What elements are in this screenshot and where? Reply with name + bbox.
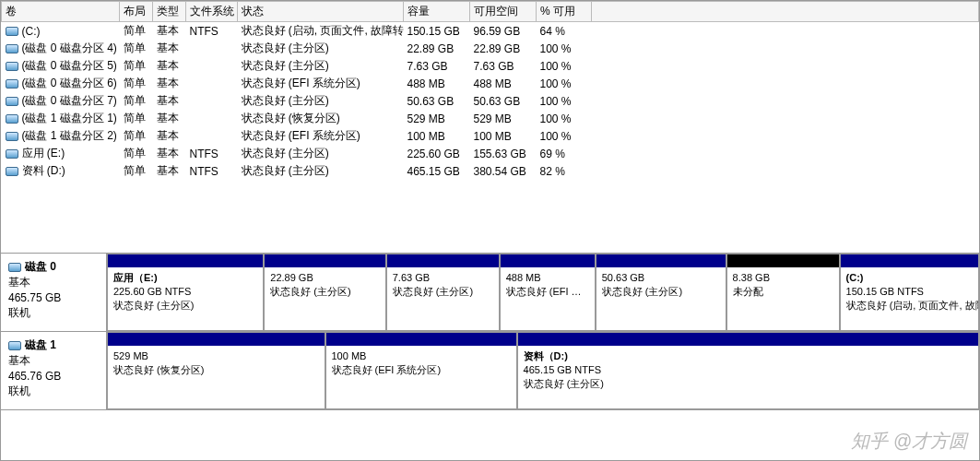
partition-block[interactable]: 7.63 GB状态良好 (主分区) — [386, 254, 500, 331]
col-percent[interactable]: % 可用 — [537, 2, 592, 22]
disk-label[interactable]: 磁盘 0基本465.75 GB联机 — [1, 254, 107, 331]
partition-size: 225.60 GB NTFS — [113, 285, 257, 299]
cell-volume: (磁盘 0 磁盘分区 7) — [2, 92, 120, 110]
partition-size: 50.63 GB — [602, 271, 720, 285]
cell-layout: 简单 — [120, 127, 153, 145]
partition-name: 应用（E:) — [113, 271, 257, 285]
cell-pct: 100 % — [537, 110, 592, 127]
cell-free: 7.63 GB — [470, 57, 537, 75]
cell-layout: 简单 — [120, 22, 153, 41]
partition-block[interactable]: 50.63 GB状态良好 (主分区) — [596, 254, 726, 331]
partition-status: 状态良好 (启动, 页面文件, 故障… — [846, 299, 973, 313]
volume-row[interactable]: (磁盘 1 磁盘分区 2)简单基本状态良好 (EFI 系统分区)100 MB10… — [2, 127, 979, 145]
cell-fs — [186, 40, 238, 57]
cell-layout: 简单 — [120, 145, 153, 162]
disk-map: 应用（E:)225.60 GB NTFS状态良好 (主分区)22.89 GB状态… — [107, 254, 979, 331]
volume-list-header[interactable]: 卷 布局 类型 文件系统 状态 容量 可用空间 % 可用 — [2, 2, 979, 22]
volume-row[interactable]: 资料 (D:)简单基本NTFS状态良好 (主分区)465.15 GB380.54… — [2, 162, 979, 180]
cell-pct: 82 % — [537, 162, 592, 180]
cell-capacity: 488 MB — [404, 75, 470, 92]
cell-capacity: 225.60 GB — [404, 145, 470, 162]
partition-block[interactable]: 8.38 GB未分配 — [726, 254, 840, 331]
cell-volume: 资料 (D:) — [2, 162, 120, 180]
cell-volume: (磁盘 0 磁盘分区 6) — [2, 75, 120, 92]
cell-type: 基本 — [153, 145, 186, 162]
cell-pct: 100 % — [537, 57, 592, 75]
disk-type: 基本 — [8, 353, 99, 369]
col-status[interactable]: 状态 — [238, 2, 404, 22]
partition-size: 22.89 GB — [270, 271, 379, 285]
partition-block[interactable]: 488 MB状态良好 (EFI … — [500, 254, 596, 331]
volume-row[interactable]: (磁盘 0 磁盘分区 5)简单基本状态良好 (主分区)7.63 GB7.63 G… — [2, 57, 979, 75]
partition-status: 状态良好 (主分区) — [524, 377, 973, 391]
partition-body: 应用（E:)225.60 GB NTFS状态良好 (主分区) — [108, 267, 263, 316]
col-capacity[interactable]: 容量 — [404, 2, 470, 22]
disk-map-panes: 磁盘 0基本465.75 GB联机应用（E:)225.60 GB NTFS状态良… — [1, 254, 979, 460]
col-filesystem[interactable]: 文件系统 — [186, 2, 238, 22]
partition-block[interactable]: 100 MB状态良好 (EFI 系统分区) — [325, 332, 517, 409]
cell-capacity: 22.89 GB — [404, 40, 470, 57]
cell-layout: 简单 — [120, 40, 153, 57]
volume-row[interactable]: (磁盘 0 磁盘分区 4)简单基本状态良好 (主分区)22.89 GB22.89… — [2, 40, 979, 57]
volume-icon — [6, 149, 18, 159]
disk-management-window: 卷 布局 类型 文件系统 状态 容量 可用空间 % 可用 (C:)简单基本NTF… — [0, 0, 980, 461]
col-layout[interactable]: 布局 — [120, 2, 153, 22]
partition-color-bar — [501, 254, 595, 267]
disk-label[interactable]: 磁盘 1基本465.76 GB联机 — [1, 332, 107, 409]
partition-block[interactable]: 资料（D:)465.15 GB NTFS状态良好 (主分区) — [517, 332, 979, 409]
volume-list[interactable]: 卷 布局 类型 文件系统 状态 容量 可用空间 % 可用 (C:)简单基本NTF… — [1, 1, 979, 254]
volume-icon — [6, 62, 18, 71]
cell-status: 状态良好 (主分区) — [238, 40, 404, 57]
partition-status: 状态良好 (恢复分区) — [113, 363, 319, 377]
col-free[interactable]: 可用空间 — [470, 2, 537, 22]
cell-free: 529 MB — [470, 110, 537, 127]
cell-volume: 应用 (E:) — [2, 145, 120, 162]
cell-capacity: 529 MB — [404, 110, 470, 127]
partition-color-bar — [518, 333, 978, 346]
partition-block[interactable]: (C:)150.15 GB NTFS状态良好 (启动, 页面文件, 故障… — [840, 254, 979, 331]
volume-row[interactable]: (磁盘 1 磁盘分区 1)简单基本状态良好 (恢复分区)529 MB529 MB… — [2, 110, 979, 127]
disk-pane: 磁盘 1基本465.76 GB联机529 MB状态良好 (恢复分区)100 MB… — [1, 332, 979, 410]
partition-name: 资料（D:) — [524, 349, 973, 363]
cell-free: 96.59 GB — [470, 22, 537, 41]
volume-icon — [6, 44, 18, 53]
partition-color-bar — [841, 254, 978, 267]
cell-type: 基本 — [153, 92, 186, 110]
partition-block[interactable]: 22.89 GB状态良好 (主分区) — [264, 254, 385, 331]
volume-row[interactable]: 应用 (E:)简单基本NTFS状态良好 (主分区)225.60 GB155.63… — [2, 145, 979, 162]
cell-fs — [186, 110, 238, 127]
cell-status: 状态良好 (恢复分区) — [238, 110, 404, 127]
cell-layout: 简单 — [120, 75, 153, 92]
col-type[interactable]: 类型 — [153, 2, 186, 22]
volume-icon — [6, 167, 18, 176]
volume-icon — [6, 97, 18, 106]
cell-volume: (磁盘 1 磁盘分区 2) — [2, 127, 120, 145]
cell-layout: 简单 — [120, 92, 153, 110]
partition-size: 100 MB — [332, 349, 511, 363]
partition-size: 465.15 GB NTFS — [524, 363, 973, 377]
cell-capacity: 7.63 GB — [404, 57, 470, 75]
cell-pct: 100 % — [537, 75, 592, 92]
partition-block[interactable]: 529 MB状态良好 (恢复分区) — [107, 332, 325, 409]
partition-block[interactable]: 应用（E:)225.60 GB NTFS状态良好 (主分区) — [107, 254, 264, 331]
volume-icon — [6, 132, 18, 141]
partition-body: 529 MB状态良好 (恢复分区) — [108, 346, 325, 381]
cell-pct: 100 % — [537, 127, 592, 145]
partition-status: 状态良好 (EFI 系统分区) — [332, 363, 511, 377]
volume-row[interactable]: (C:)简单基本NTFS状态良好 (启动, 页面文件, 故障转储, 主分区)15… — [2, 22, 979, 41]
volume-row[interactable]: (磁盘 0 磁盘分区 7)简单基本状态良好 (主分区)50.63 GB50.63… — [2, 92, 979, 110]
col-volume[interactable]: 卷 — [2, 2, 120, 22]
cell-layout: 简单 — [120, 110, 153, 127]
col-spacer — [592, 2, 979, 22]
cell-type: 基本 — [153, 162, 186, 180]
cell-capacity: 150.15 GB — [404, 22, 470, 41]
disk-pane: 磁盘 0基本465.75 GB联机应用（E:)225.60 GB NTFS状态良… — [1, 254, 979, 332]
cell-fs — [186, 127, 238, 145]
partition-status: 状态良好 (主分区) — [602, 285, 720, 299]
cell-status: 状态良好 (EFI 系统分区) — [238, 127, 404, 145]
disk-icon — [8, 263, 21, 272]
volume-row[interactable]: (磁盘 0 磁盘分区 6)简单基本状态良好 (EFI 系统分区)488 MB48… — [2, 75, 979, 92]
partition-body: 488 MB状态良好 (EFI … — [501, 267, 595, 302]
cell-status: 状态良好 (主分区) — [238, 57, 404, 75]
cell-pct: 100 % — [537, 40, 592, 57]
